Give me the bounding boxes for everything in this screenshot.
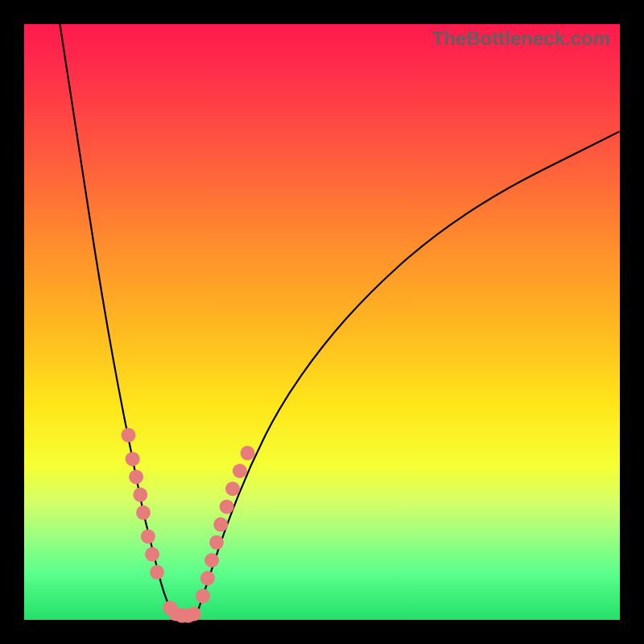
- highlight-dot: [126, 452, 140, 466]
- highlight-dot: [187, 607, 201, 621]
- highlight-dot: [136, 506, 151, 520]
- highlight-dot: [220, 499, 234, 514]
- highlight-dot: [141, 529, 155, 543]
- highlight-dot: [196, 588, 210, 603]
- curve-right: [197, 131, 620, 613]
- plot-area: TheBottleneck.com: [24, 24, 620, 620]
- curve-left: [60, 24, 173, 614]
- highlight-dot: [209, 535, 224, 550]
- highlight-dot: [129, 469, 143, 484]
- highlight-dot: [122, 428, 136, 443]
- highlight-dot: [233, 464, 247, 478]
- highlight-dot: [150, 565, 164, 580]
- chart-svg: [24, 24, 620, 620]
- chart-frame: TheBottleneck.com: [0, 0, 644, 644]
- highlight-dot: [204, 553, 219, 568]
- highlight-dot: [213, 518, 228, 532]
- highlight-dots-group: [122, 428, 255, 623]
- highlight-dot: [145, 547, 159, 562]
- highlight-dot: [200, 571, 215, 585]
- highlight-dot: [241, 446, 255, 460]
- highlight-dot: [133, 488, 147, 502]
- highlight-dot: [225, 481, 240, 496]
